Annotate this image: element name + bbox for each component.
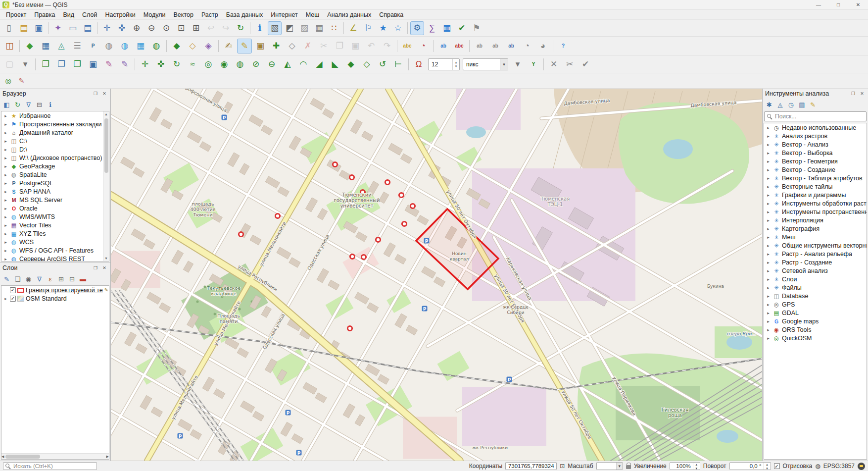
scale-combo[interactable]: ▾ (596, 462, 623, 470)
add-ring-button[interactable]: ◎ (201, 57, 216, 72)
help-button[interactable]: ? (556, 39, 571, 53)
toolbox-group[interactable]: ▸✳Вектор - Геометрия (764, 157, 867, 165)
expand-arrow-icon[interactable]: ▸ (766, 201, 771, 206)
move-feature-button[interactable]: ✛ (138, 57, 152, 72)
browser-properties-button[interactable]: ℹ (45, 100, 55, 110)
save-layer-edits-button[interactable]: ▣ (253, 39, 268, 53)
expand-arrow-icon[interactable]: ▸ (766, 176, 771, 181)
copy-style-button[interactable]: ❐ (38, 57, 53, 72)
expand-arrow-icon[interactable]: ▸ (3, 130, 8, 135)
expand-arrow-icon[interactable]: ▸ (766, 311, 771, 315)
merge-features-button[interactable]: ◆ (343, 57, 358, 72)
merge-attributes-button[interactable]: ◇ (359, 57, 374, 72)
toolbox-group[interactable]: ▸✳Вектор - Выборка (764, 149, 867, 157)
expand-arrow-icon[interactable]: ▸ (3, 122, 8, 127)
browser-item[interactable]: ▸⚑Пространственные закладки (1, 120, 109, 128)
expand-arrow-icon[interactable]: ▸ (766, 184, 771, 189)
offset-curve-button[interactable]: ◠ (296, 57, 311, 72)
layer-visibility-checkbox[interactable]: ✓ (10, 296, 16, 302)
browser-item[interactable]: ▸▦XYZ Tiles (1, 229, 109, 238)
menu-item[interactable]: Анализ данных (323, 11, 375, 19)
layer-item[interactable]: ✓Граница проектируемой те✎ (1, 286, 109, 294)
expand-arrow-icon[interactable]: ▸ (3, 206, 8, 211)
expand-arrow-icon[interactable]: ▸ (766, 226, 771, 231)
toolbox-group[interactable]: ▸✳Картография (764, 224, 867, 233)
browser-item[interactable]: ▸MMS SQL Server (1, 196, 109, 204)
toolbox-group[interactable]: ▸◷Недавно использованные (764, 123, 867, 132)
add-xyz-layer-button[interactable]: ▦ (133, 39, 148, 53)
expand-arrow-icon[interactable]: ▸ (3, 296, 8, 301)
diagram-move-button[interactable]: ◔ (520, 39, 534, 53)
close-panel-icon[interactable]: ✕ (859, 90, 866, 97)
menu-item[interactable]: Меш (302, 11, 324, 19)
add-raster-layer-button[interactable]: ▦ (38, 39, 53, 53)
browser-item[interactable]: ▸◆GeoPackage (1, 162, 109, 170)
expand-arrow-icon[interactable]: ▸ (3, 189, 8, 194)
browser-add-layer-button[interactable]: ◧ (1, 100, 12, 110)
add-wfs-layer-button[interactable]: ◍ (149, 39, 164, 53)
expand-arrow-icon[interactable]: ▸ (766, 268, 771, 273)
attribute-table-panel-button[interactable]: ▦ (440, 21, 454, 35)
maximize-button[interactable]: □ (828, 0, 848, 9)
crs-status-button[interactable]: EPSG:3857 (823, 463, 855, 470)
browser-scrollbar[interactable]: ▲▼ (103, 111, 109, 261)
toolbox-group[interactable]: ▸GGoogle maps (764, 317, 867, 325)
layer-item[interactable]: ▸✓OSM Standard (1, 294, 109, 303)
expand-arrow-icon[interactable]: ▸ (3, 248, 8, 253)
menu-item[interactable]: Вид (59, 11, 78, 19)
current-edits-button[interactable]: ✍ (221, 39, 236, 53)
expand-arrow-icon[interactable]: ▸ (766, 252, 771, 257)
extents-toggle-button[interactable]: ⊡ (560, 463, 565, 470)
delete-selected-button[interactable]: ✗ (300, 39, 315, 53)
expand-arrow-icon[interactable]: ▸ (766, 277, 771, 282)
expand-arrow-icon[interactable]: ▸ (766, 142, 771, 147)
cad-construction-button[interactable]: ✔ (578, 57, 593, 72)
toolbox-group[interactable]: ▸✳Графики и диаграммы (764, 191, 867, 199)
float-panel-icon[interactable]: ❐ (92, 264, 99, 271)
add-delimited-text-button[interactable]: ☰ (70, 39, 85, 53)
add-part-button[interactable]: ◉ (217, 57, 232, 72)
toolbox-group[interactable]: ▸✳Общие инструменты векторны... (764, 241, 867, 250)
toolbox-group[interactable]: ▸✳Интерполяция (764, 216, 867, 224)
magnifier-spinner[interactable]: 100% ▴▾ (670, 462, 700, 470)
toolbox-group[interactable]: ▸✳Инструменты пространственны... (764, 208, 867, 216)
snapping-tolerance-spinner[interactable]: 12▴▾ (428, 58, 460, 70)
paste-style-button[interactable]: ❐ (54, 57, 69, 72)
expand-arrow-icon[interactable]: ▸ (766, 260, 771, 265)
expand-arrow-icon[interactable]: ▸ (3, 181, 8, 186)
close-panel-icon[interactable]: ✕ (101, 264, 108, 271)
browser-item[interactable]: ▸◫W:\ (Дисковое пространство) (1, 154, 109, 162)
browser-refresh-button[interactable]: ↻ (12, 100, 23, 110)
history-button[interactable]: ◷ (786, 100, 796, 110)
expand-arrow-icon[interactable]: ▸ (766, 193, 771, 198)
edit-features-in-place-button[interactable]: ✎ (808, 100, 818, 110)
browser-item[interactable]: ▸◍WCS (1, 238, 109, 246)
expand-arrow-icon[interactable]: ▸ (3, 172, 8, 177)
toolbox-search-input[interactable]: Поиск... (764, 111, 867, 121)
browser-item[interactable]: ▸◍WMS/WMTS (1, 212, 109, 221)
statistical-summary-button[interactable]: ∑ (425, 21, 439, 35)
select-by-expression-button[interactable]: ◩ (283, 21, 296, 35)
check-geometries-button[interactable]: ✔ (455, 21, 469, 35)
expand-arrow-icon[interactable]: ▸ (3, 240, 8, 245)
enable-tracing-button[interactable]: Y (526, 57, 541, 72)
trim-extend-button[interactable]: ⊢ (391, 57, 406, 72)
snapping-units-combo[interactable]: пикс▾ (463, 58, 508, 70)
toolbox-group[interactable]: ▸✳Вектор - Таблица атрибутов (764, 174, 867, 182)
menu-item[interactable]: Настройки (101, 11, 139, 19)
browser-item[interactable]: ▸◍Серверы ArcGIS REST (1, 255, 109, 262)
save-project-button[interactable]: ▣ (32, 21, 46, 35)
delete-ring-button[interactable]: ⊘ (248, 57, 263, 72)
browser-item[interactable]: ▸PPostgreSQL (1, 179, 109, 187)
zoom-in-button[interactable]: ⊕ (130, 21, 144, 35)
models-button[interactable]: ◬ (775, 100, 785, 110)
filter-legend-button[interactable]: ∇ (34, 274, 45, 284)
label-highlight-button[interactable]: ab (436, 39, 451, 53)
expand-arrow-icon[interactable]: ▸ (766, 125, 771, 130)
reshape-features-button[interactable]: ◭ (280, 57, 295, 72)
fill-ring-button[interactable]: ◍ (233, 57, 247, 72)
add-postgis-layer-button[interactable]: P (86, 39, 100, 53)
zoom-full-button[interactable]: ⊡ (174, 21, 188, 35)
expand-arrow-icon[interactable]: ▸ (3, 113, 8, 118)
processing-options-button[interactable]: ✱ (764, 100, 774, 110)
